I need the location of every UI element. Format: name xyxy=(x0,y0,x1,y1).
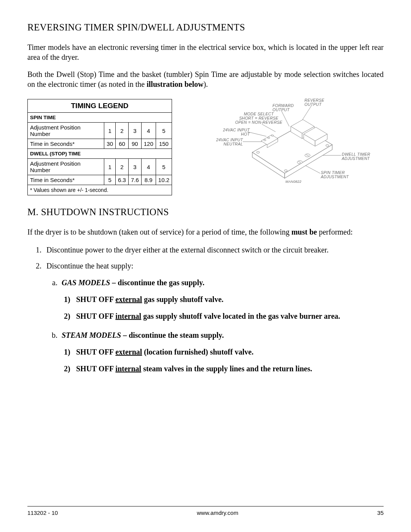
gas-1: SHUT OFF external gas supply shutoff val… xyxy=(73,294,384,304)
footer-docnum: 113202 - 10 xyxy=(27,510,58,516)
shutdown-steps: Discontinue power to the dryer either at… xyxy=(27,245,384,374)
svg-point-10 xyxy=(256,152,260,153)
spin-pos-3: 3 xyxy=(128,123,141,139)
steam-2: SHUT OFF internal steam valves in the su… xyxy=(73,364,384,374)
spin-pos-4: 4 xyxy=(141,123,156,139)
pm-c: performed: xyxy=(317,228,353,236)
svg-point-12 xyxy=(326,145,329,147)
table-title: TIMING LEGEND xyxy=(28,99,172,113)
dwell-pos-5: 5 xyxy=(156,159,172,175)
paragraph-intro-2: Both the Dwell (Stop) Time and the baske… xyxy=(27,70,384,89)
steam1-b: external xyxy=(115,348,142,356)
pm-a: If the dryer is to be shutdown (taken ou… xyxy=(27,228,292,236)
spin-sec-label: Time in Seconds* xyxy=(28,139,104,149)
dwell-pos-label: Adjustment Position Number xyxy=(28,159,104,175)
gas-models-rest: – discontinue the gas supply xyxy=(110,278,202,287)
pm-mustbe: must be xyxy=(292,228,317,236)
page: REVERSING TIMER SPIN/DWELL ADJUSTMENTS T… xyxy=(0,0,411,532)
dwell-pos-1: 1 xyxy=(104,159,116,175)
steam-models-label: STEAM MODELS xyxy=(62,331,121,339)
dwell-pos-4: 4 xyxy=(141,159,156,175)
spin-sec-2: 60 xyxy=(116,139,129,149)
footer-pagenum: 35 xyxy=(377,510,384,516)
heading-reversing-timer: REVERSING TIMER SPIN/DWELL ADJUSTMENTS xyxy=(27,22,384,33)
svg-point-23 xyxy=(268,137,270,139)
heading-shutdown: M. SHUTDOWN INSTRUCTIONS xyxy=(27,207,384,217)
spin-sec-4: 120 xyxy=(141,139,156,149)
svg-line-1 xyxy=(282,111,289,126)
gas1-a: SHUT OFF xyxy=(76,295,115,304)
dwell-time-header: DWELL (STOP) TIME xyxy=(28,149,172,159)
gas-sublist: SHUT OFF external gas supply shutoff val… xyxy=(62,294,384,321)
paragraph-intro-1: Timer models have an electronic reversin… xyxy=(27,43,384,62)
steam1-a: SHUT OFF xyxy=(76,348,115,356)
gas-models-item: GAS MODELS – discontinue the gas supply.… xyxy=(59,278,384,321)
table-footnote: * Values shown are +/- 1-second. xyxy=(28,185,172,195)
svg-point-22 xyxy=(264,140,266,141)
spin-pos-label: Adjustment Position Number xyxy=(28,123,104,139)
steam2-a: SHUT OFF xyxy=(76,364,115,373)
dwell-pos-3: 3 xyxy=(128,159,141,175)
spin-sec-5: 150 xyxy=(156,139,172,149)
step-2: Discontinue the heat supply: GAS MODELS … xyxy=(43,261,384,374)
dwell-sec-2: 6.3 xyxy=(116,175,129,185)
steam-sublist: SHUT OFF external (location furnished) s… xyxy=(62,347,384,374)
gas-models-label: GAS MODELS xyxy=(62,278,110,287)
page-footer: 113202 - 10 www.amdry.com 35 xyxy=(27,506,384,516)
shutdown-intro: If the dryer is to be shutdown (taken ou… xyxy=(27,227,384,237)
spin-pos-5: 5 xyxy=(156,123,172,139)
illustration-column: REVERSEOUTPUT FORWARDOUTPUT MODE SELECTS… xyxy=(182,99,384,195)
dwell-sec-label: Time in Seconds* xyxy=(28,175,104,185)
section-m: M. SHUTDOWN INSTRUCTIONS If the dryer is… xyxy=(27,207,384,374)
spin-sec-1: 30 xyxy=(104,139,116,149)
gas1-c: gas supply shutoff valve xyxy=(142,295,221,304)
dwell-sec-3: 7.6 xyxy=(128,175,141,185)
steam2-c: steam valves in the supply lines and the… xyxy=(141,364,310,373)
heat-supply-list: GAS MODELS – discontinue the gas supply.… xyxy=(46,278,384,374)
steam-models-item: STEAM MODELS – discontinue the steam sup… xyxy=(59,330,384,374)
dwell-pos-2: 2 xyxy=(116,159,129,175)
step-2-text: Discontinue the heat supply: xyxy=(46,262,133,270)
svg-point-13 xyxy=(284,170,287,172)
two-column-area: TIMING LEGEND SPIN TIME Adjustment Posit… xyxy=(27,99,384,195)
step-1: Discontinue power to the dryer either at… xyxy=(43,245,384,255)
footer-url: www.amdry.com xyxy=(197,510,238,516)
spin-time-header: SPIN TIME xyxy=(28,113,172,123)
spin-pos-1: 1 xyxy=(104,123,116,139)
gas2-c: gas supply shutoff valve located in the … xyxy=(141,312,338,320)
gas1-b: external xyxy=(115,295,142,304)
steam-1: SHUT OFF external (location furnished) s… xyxy=(73,347,384,357)
gas2-a: SHUT OFF xyxy=(76,312,115,320)
steam1-c: (location furnished) shutoff valve xyxy=(142,348,252,356)
dwell-sec-5: 10.2 xyxy=(156,175,172,185)
steam-models-rest: – discontinue the steam supply xyxy=(121,331,222,339)
timing-legend-column: TIMING LEGEND SPIN TIME Adjustment Posit… xyxy=(27,99,172,195)
spin-pos-2: 2 xyxy=(116,123,129,139)
p2-illustration-below: illustration below xyxy=(147,80,203,88)
footer-rule xyxy=(27,506,384,506)
gas2-b: internal xyxy=(115,312,141,320)
spin-sec-3: 90 xyxy=(128,139,141,149)
dwell-sec-4: 8.9 xyxy=(141,175,156,185)
dwell-sec-1: 5 xyxy=(104,175,116,185)
gas-2: SHUT OFF internal gas supply shutoff val… xyxy=(73,311,384,321)
steam2-b: internal xyxy=(115,364,141,373)
p2-text-c: ). xyxy=(204,80,208,88)
svg-line-3 xyxy=(247,132,266,136)
timer-board-illustration: REVERSEOUTPUT FORWARDOUTPUT MODE SELECTS… xyxy=(182,99,384,185)
svg-line-2 xyxy=(262,124,276,132)
svg-point-24 xyxy=(271,135,274,137)
timing-legend-table: TIMING LEGEND SPIN TIME Adjustment Posit… xyxy=(27,99,172,195)
step-1-text: Discontinue power to the dryer either at… xyxy=(46,246,328,254)
board-svg xyxy=(182,99,380,185)
